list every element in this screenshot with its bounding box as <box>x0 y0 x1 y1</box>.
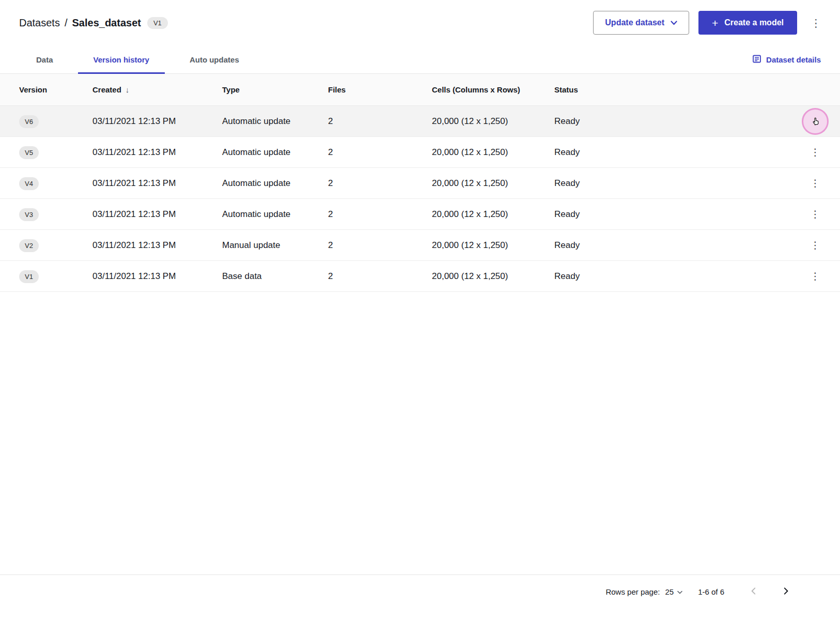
column-header-files: Files <box>328 85 432 94</box>
version-badge: V6 <box>19 115 39 128</box>
row-actions-menu-icon[interactable]: ⋮ <box>811 178 820 188</box>
tab-data[interactable]: Data <box>21 45 69 73</box>
tab-bar: Data Version history Auto updates Datase… <box>0 45 840 74</box>
status-cell: Ready <box>554 209 790 220</box>
version-badge: V4 <box>19 177 39 190</box>
click-highlight-circle <box>802 108 829 135</box>
next-page-button[interactable] <box>781 586 790 597</box>
column-header-created[interactable]: Created ↓ <box>92 85 222 94</box>
status-cell: Ready <box>554 116 790 127</box>
cells-cell: 20,000 (12 x 1,250) <box>432 178 554 189</box>
created-cell: 03/11/2021 12:13 PM <box>92 240 222 251</box>
table-row[interactable]: V1 03/11/2021 12:13 PM Base data 2 20,00… <box>0 261 840 292</box>
files-cell: 2 <box>328 147 432 158</box>
dataset-version-badge: V1 <box>147 17 168 29</box>
version-cell: V3 <box>19 209 92 220</box>
type-cell: Base data <box>222 271 328 282</box>
previous-page-button[interactable] <box>749 586 758 597</box>
cells-cell: 20,000 (12 x 1,250) <box>432 147 554 158</box>
chevron-right-icon <box>781 586 790 597</box>
chevron-down-icon <box>671 20 677 26</box>
actions-cell: ⋮ <box>790 199 840 229</box>
files-cell: 2 <box>328 209 432 220</box>
files-cell: 2 <box>328 116 432 127</box>
chevron-left-icon <box>749 586 758 597</box>
type-cell: Automatic update <box>222 209 328 220</box>
table-row[interactable]: V3 03/11/2021 12:13 PM Automatic update … <box>0 199 840 230</box>
rows-per-page-value: 25 <box>665 587 674 596</box>
table-row[interactable]: V4 03/11/2021 12:13 PM Automatic update … <box>0 168 840 199</box>
create-model-button[interactable]: + Create a model <box>698 11 797 35</box>
version-cell: V4 <box>19 178 92 189</box>
table-header: Version Created ↓ Type Files Cells (Colu… <box>0 74 840 106</box>
pagination-bar: Rows per page: 25 1-6 of 6 <box>0 575 840 621</box>
plus-icon: + <box>712 18 718 28</box>
created-cell: 03/11/2021 12:13 PM <box>92 271 222 282</box>
version-cell: V6 <box>19 116 92 127</box>
sort-descending-icon[interactable]: ↓ <box>126 85 130 94</box>
actions-cell: ⋮ <box>790 137 840 167</box>
chevron-down-icon <box>677 589 682 595</box>
version-badge: V3 <box>19 208 39 221</box>
dataset-details-icon <box>752 54 761 65</box>
tab-version-history[interactable]: Version history <box>78 45 165 73</box>
page-more-actions-icon[interactable]: ⋮ <box>806 14 826 32</box>
column-header-cells: Cells (Columns x Rows) <box>432 85 554 94</box>
breadcrumb-separator: / <box>65 17 68 29</box>
update-dataset-button[interactable]: Update dataset <box>593 11 689 35</box>
row-actions-menu-icon[interactable]: ⋮ <box>811 147 820 157</box>
row-actions-menu-icon[interactable]: ⋮ <box>811 240 820 250</box>
version-badge: V5 <box>19 146 39 159</box>
cursor-pointer-icon <box>811 117 820 126</box>
version-table-body: V6 03/11/2021 12:13 PM Automatic update … <box>0 106 840 292</box>
files-cell: 2 <box>328 178 432 189</box>
breadcrumb-datasets-link[interactable]: Datasets <box>19 17 60 29</box>
status-cell: Ready <box>554 240 790 251</box>
status-cell: Ready <box>554 147 790 158</box>
cells-cell: 20,000 (12 x 1,250) <box>432 209 554 220</box>
version-cell: V2 <box>19 240 92 251</box>
status-cell: Ready <box>554 271 790 282</box>
files-cell: 2 <box>328 240 432 251</box>
tab-auto-updates[interactable]: Auto updates <box>174 45 255 73</box>
dataset-details-label: Dataset details <box>766 55 821 64</box>
rows-per-page: Rows per page: 25 <box>605 587 682 596</box>
cells-cell: 20,000 (12 x 1,250) <box>432 271 554 282</box>
column-header-type: Type <box>222 85 328 94</box>
update-dataset-label: Update dataset <box>605 18 664 27</box>
created-cell: 03/11/2021 12:13 PM <box>92 178 222 189</box>
column-header-status: Status <box>554 85 790 94</box>
table-row[interactable]: V2 03/11/2021 12:13 PM Manual update 2 2… <box>0 230 840 261</box>
version-badge: V1 <box>19 270 39 283</box>
row-actions-menu-icon[interactable]: ⋮ <box>811 209 820 219</box>
actions-cell: ⋮ <box>790 106 840 136</box>
row-actions-menu-icon[interactable]: ⋮ <box>811 271 820 281</box>
type-cell: Automatic update <box>222 147 328 158</box>
rows-per-page-label: Rows per page: <box>605 587 660 596</box>
table-row[interactable]: V5 03/11/2021 12:13 PM Automatic update … <box>0 137 840 168</box>
version-cell: V1 <box>19 271 92 282</box>
create-model-label: Create a model <box>724 18 784 27</box>
breadcrumb: Datasets / Sales_dataset <box>19 17 141 29</box>
pager-buttons <box>749 586 790 597</box>
page-header: Datasets / Sales_dataset V1 Update datas… <box>0 0 840 45</box>
created-cell: 03/11/2021 12:13 PM <box>92 209 222 220</box>
files-cell: 2 <box>328 271 432 282</box>
actions-cell: ⋮ <box>790 230 840 260</box>
dataset-details-link[interactable]: Dataset details <box>752 45 821 73</box>
page-title: Sales_dataset <box>72 17 141 29</box>
dataset-page: Datasets / Sales_dataset V1 Update datas… <box>0 0 840 621</box>
header-actions: Update dataset + Create a model ⋮ <box>593 11 826 35</box>
version-badge: V2 <box>19 239 39 252</box>
status-cell: Ready <box>554 178 790 189</box>
actions-cell: ⋮ <box>790 261 840 291</box>
pagination-range-label: 1-6 of 6 <box>698 587 724 596</box>
column-header-version: Version <box>19 85 92 94</box>
created-cell: 03/11/2021 12:13 PM <box>92 116 222 127</box>
table-row[interactable]: V6 03/11/2021 12:13 PM Automatic update … <box>0 106 840 137</box>
version-cell: V5 <box>19 147 92 158</box>
created-cell: 03/11/2021 12:13 PM <box>92 147 222 158</box>
rows-per-page-select[interactable]: 25 <box>665 587 682 596</box>
cells-cell: 20,000 (12 x 1,250) <box>432 116 554 127</box>
actions-cell: ⋮ <box>790 168 840 198</box>
